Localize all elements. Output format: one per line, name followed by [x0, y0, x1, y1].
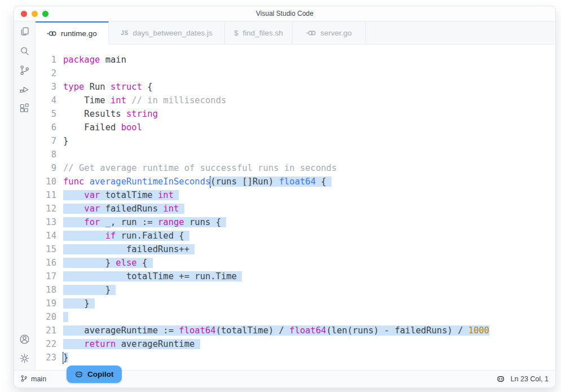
line-number: 8 [36, 148, 63, 161]
branch-name: main [31, 375, 46, 383]
go-file-icon [47, 30, 56, 37]
status-right: Ln 23 Col, 1 [496, 375, 549, 384]
run-debug-icon[interactable] [19, 83, 30, 95]
minimize-button[interactable] [32, 11, 38, 17]
code-line[interactable]: 19 } [36, 297, 555, 310]
line-number: 22 [36, 337, 63, 351]
line-number: 5 [36, 107, 63, 121]
copilot-button[interactable]: Copilot [67, 365, 122, 383]
traffic-lights [21, 6, 48, 21]
code-line[interactable]: 13 for _, run := range runs { [36, 215, 555, 229]
code-line[interactable]: 15 failedRuns++ [36, 243, 555, 256]
line-number: 15 [36, 243, 63, 256]
git-branch-icon [20, 375, 28, 384]
line-number: 1 [36, 53, 63, 67]
code-line[interactable]: 6 Failed bool [36, 121, 555, 134]
cursor-position[interactable]: Ln 23 Col, 1 [511, 375, 549, 383]
line-number: 20 [36, 310, 63, 324]
code-line[interactable]: 7} [36, 134, 555, 148]
code-line[interactable]: 20 [36, 310, 555, 324]
activity-bar [14, 21, 36, 370]
code-line[interactable]: 9// Get average runtime of successful ru… [36, 161, 555, 175]
line-number: 16 [36, 256, 63, 270]
explorer-icon[interactable] [19, 26, 30, 38]
search-icon[interactable] [19, 45, 30, 57]
account-icon[interactable] [19, 333, 30, 345]
window-title: Visual Studio Code [256, 10, 313, 17]
line-number: 18 [36, 283, 63, 297]
title-bar: Visual Studio Code [14, 6, 555, 21]
code-line[interactable]: 23} [36, 351, 555, 364]
line-number: 3 [36, 80, 63, 94]
close-button[interactable] [21, 11, 27, 17]
copilot-status-icon[interactable] [496, 375, 505, 384]
js-file-icon: JS [121, 30, 128, 36]
code-line[interactable]: 10func averageRuntimeInSeconds(runs []Ru… [36, 175, 555, 188]
line-number: 10 [36, 175, 63, 188]
tab-days_between_dates.js[interactable]: JSdays_between_dates.js [109, 21, 225, 44]
line-number: 12 [36, 202, 63, 215]
tab-label: find_files.sh [242, 29, 282, 37]
tab-bar-filler [366, 21, 555, 44]
copilot-icon [74, 370, 83, 379]
line-number: 6 [36, 121, 63, 134]
tab-label: runtime.go [61, 29, 97, 38]
zoom-button[interactable] [42, 11, 48, 17]
code-line[interactable]: 21 averageRuntime := float64(totalTime) … [36, 324, 555, 337]
line-number: 13 [36, 215, 63, 229]
code-line[interactable]: 16 } else { [36, 256, 555, 270]
line-number: 7 [36, 134, 63, 148]
tab-label: server.go [320, 29, 352, 37]
line-number: 23 [36, 351, 63, 364]
line-number: 4 [36, 94, 63, 107]
code-line[interactable]: 14 if run.Failed { [36, 229, 555, 243]
code-line[interactable]: 11 var totalTime int [36, 188, 555, 202]
code-line[interactable]: 4 Time int // in milliseconds [36, 94, 555, 107]
branch-status[interactable]: main [20, 375, 46, 384]
code-line[interactable]: 2 [36, 67, 555, 80]
screen: Visual Studio Code [0, 0, 561, 392]
line-number: 21 [36, 324, 63, 337]
tab-runtime.go[interactable]: runtime.go [36, 21, 109, 44]
go-file-icon [306, 30, 316, 36]
tab-find_files.sh[interactable]: $find_files.sh [225, 21, 293, 44]
code-line[interactable]: 22 return averageRuntime [36, 337, 555, 351]
window-body: runtime.goJSdays_between_dates.js$find_f… [14, 21, 555, 370]
vscode-window: Visual Studio Code [14, 6, 556, 388]
line-number: 17 [36, 270, 63, 283]
tab-server.go[interactable]: server.go [293, 21, 366, 44]
copilot-button-label: Copilot [87, 370, 114, 378]
tab-label: days_between_dates.js [133, 29, 213, 37]
source-control-icon[interactable] [19, 64, 30, 76]
code-line[interactable]: 17 totalTime += run.Time [36, 270, 555, 283]
code-editor[interactable]: 1package main23type Run struct {4 Time i… [36, 45, 555, 370]
code-line[interactable]: 3type Run struct { [36, 80, 555, 94]
code-line[interactable]: 12 var failedRuns int [36, 202, 555, 215]
code-line[interactable]: 1package main [36, 53, 555, 67]
line-number: 2 [36, 67, 63, 80]
editor-group: runtime.goJSdays_between_dates.js$find_f… [36, 21, 555, 370]
code-line[interactable]: 8 [36, 148, 555, 161]
settings-gear-icon[interactable] [19, 353, 30, 364]
tab-bar: runtime.goJSdays_between_dates.js$find_f… [36, 21, 555, 45]
line-number: 19 [36, 297, 63, 310]
line-number: 9 [36, 161, 63, 175]
shell-file-icon: $ [234, 29, 238, 37]
code-line[interactable]: 18 } [36, 283, 555, 297]
code-lines: 1package main23type Run struct {4 Time i… [36, 53, 555, 364]
code-line[interactable]: 5 Results string [36, 107, 555, 121]
line-number: 14 [36, 229, 63, 243]
line-number: 11 [36, 188, 63, 202]
extensions-icon[interactable] [19, 103, 30, 114]
